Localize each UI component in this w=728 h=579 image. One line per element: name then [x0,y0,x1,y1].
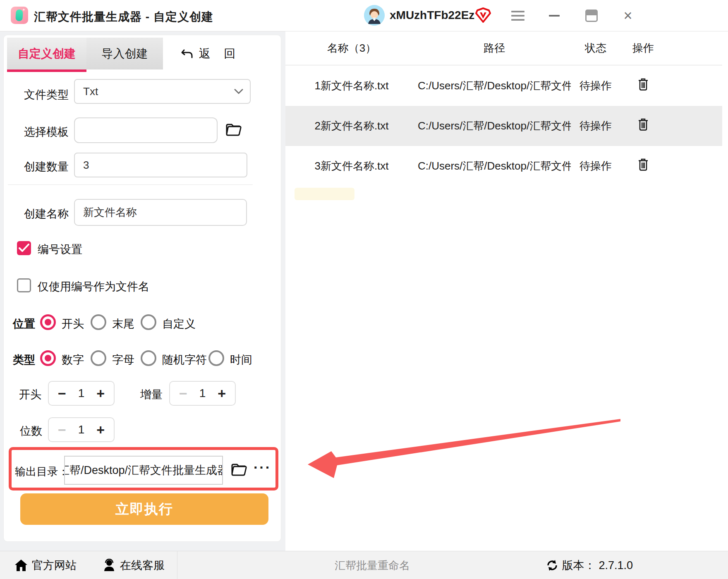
position-radio-end[interactable] [91,314,106,330]
type-option-random[interactable]: 随机字符 [162,352,207,367]
header-path: 路径 [418,41,571,55]
type-option-letter[interactable]: 字母 [112,352,134,367]
name-input[interactable]: 新文件名称 [74,199,247,226]
type-radio-number[interactable] [40,350,56,366]
template-input[interactable] [74,117,218,143]
row-status: 待操作 [571,119,620,133]
position-label: 位置 [13,316,35,331]
file-type-label: 文件类型 [24,87,69,102]
output-directory-input[interactable]: 汇帮/Desktop/汇帮文件批量生成器 [64,456,223,485]
minimize-button[interactable] [546,0,563,31]
output-directory-value: 汇帮/Desktop/汇帮文件批量生成器 [64,463,223,478]
close-icon: × [623,8,632,23]
maximize-icon [585,10,598,22]
close-button[interactable]: × [619,0,637,31]
row-name: 1新文件名称.txt [285,79,418,93]
template-label: 选择模板 [24,124,69,139]
check-icon [19,244,29,253]
back-button[interactable]: 返 回 [167,38,254,69]
name-label: 创建名称 [24,206,69,221]
digits-minus-button[interactable]: − [58,423,66,437]
version-number: 2.7.1.0 [599,559,633,572]
active-tab-underline [7,69,86,72]
home-icon [14,559,28,572]
digits-plus-button[interactable]: + [96,423,105,437]
only-number-checkbox[interactable] [17,278,31,292]
version-label: 版本： [562,558,595,573]
template-folder-icon[interactable] [225,122,242,138]
count-input[interactable]: 3 [74,153,247,177]
refresh-icon[interactable] [546,559,558,572]
increment-plus-button[interactable]: + [218,386,226,400]
increment-label: 增量 [140,387,163,402]
file-type-value: Txt [83,85,98,98]
username: xMUzhTFb22Ez [390,9,474,22]
file-type-select[interactable]: Txt [74,79,251,104]
start-plus-button[interactable]: + [96,386,105,400]
section-divider [8,184,253,185]
numbering-checkbox[interactable] [17,241,31,255]
increment-minus-button[interactable]: − [179,386,187,400]
file-list-panel: 名称（3） 路径 状态 操作 1新文件名称.txt C:/Users/汇帮/De… [285,31,728,551]
minimize-icon [549,15,560,17]
count-label: 创建数量 [24,159,69,174]
tab-custom-create[interactable]: 自定义创建 [7,38,86,69]
output-more-button[interactable]: ··· [254,459,271,476]
delete-row-icon[interactable] [637,78,649,94]
digits-stepper: − 1 + [48,417,115,442]
undo-icon [181,48,193,59]
type-radio-random[interactable] [141,350,156,366]
position-radio-custom[interactable] [141,314,156,330]
position-radio-start[interactable] [40,314,56,330]
digits-label: 位数 [20,423,42,438]
app-icon-spark [22,8,25,11]
avatar[interactable] [364,5,385,26]
position-option-custom[interactable]: 自定义 [162,316,196,331]
delete-row-icon[interactable] [637,158,649,174]
app-icon [11,7,28,24]
name-value: 新文件名称 [83,205,137,220]
tab-import-create[interactable]: 导入创建 [86,38,163,69]
vip-badge-icon[interactable] [475,7,491,25]
delete-row-icon[interactable] [637,118,649,134]
type-option-number[interactable]: 数字 [62,352,84,367]
only-number-checkbox-label: 仅使用编号作为文件名 [38,279,149,294]
row-path: C:/Users/汇帮/Desktop/汇帮文件 [418,119,571,133]
header-action: 操作 [620,41,666,55]
position-option-end[interactable]: 末尾 [112,316,134,331]
row-name: 2新文件名称.txt [285,119,418,133]
position-option-start[interactable]: 开头 [62,316,84,331]
type-label: 类型 [13,352,35,367]
row-path: C:/Users/汇帮/Desktop/汇帮文件 [418,79,571,93]
row-status: 待操作 [571,79,620,93]
table-row[interactable]: 3新文件名称.txt C:/Users/汇帮/Desktop/汇帮文件 待操作 [285,146,722,186]
footer-center-text: 汇帮批量重命名 [306,551,438,579]
title-bar: 汇帮文件批量生成器 - 自定义创建 xMUzhTFb22Ez × [0,0,728,31]
menu-button[interactable] [510,0,526,31]
execute-button[interactable]: 立即执行 [20,493,268,525]
official-website-link[interactable]: 官方网站 [14,551,77,579]
table-header: 名称（3） 路径 状态 操作 [285,31,722,65]
table-row[interactable]: 1新文件名称.txt C:/Users/汇帮/Desktop/汇帮文件 待操作 [285,66,722,106]
header-name: 名称（3） [285,41,418,55]
digits-value: 1 [78,423,85,436]
footer-divider [177,551,177,579]
table-row[interactable]: 2新文件名称.txt C:/Users/汇帮/Desktop/汇帮文件 待操作 [285,106,722,146]
online-support-link[interactable]: 在线客服 [103,551,165,579]
start-stepper: − 1 + [48,381,115,406]
support-person-icon [103,559,116,572]
type-radio-time[interactable] [208,350,224,366]
start-value: 1 [78,387,85,400]
window-title: 汇帮文件批量生成器 - 自定义创建 [34,9,213,25]
maximize-button[interactable] [582,0,601,31]
header-status: 状态 [571,41,620,55]
output-folder-icon[interactable] [230,462,248,478]
type-option-time[interactable]: 时间 [230,352,252,367]
output-label: 输出目录： [15,464,69,479]
numbering-checkbox-label: 编号设置 [38,242,82,257]
type-radio-letter[interactable] [91,350,106,366]
online-support-label: 在线客服 [120,558,165,573]
start-minus-button[interactable]: − [58,386,66,400]
row-name: 3新文件名称.txt [285,159,418,173]
increment-stepper: − 1 + [169,381,236,406]
